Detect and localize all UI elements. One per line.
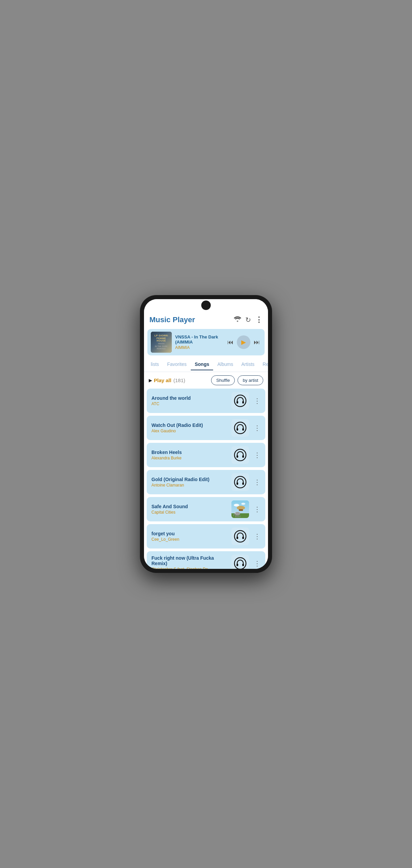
svg-point-27 bbox=[234, 558, 246, 569]
camera-notch bbox=[201, 301, 211, 310]
wifi-info-icon[interactable]: i bbox=[234, 316, 241, 324]
song-more-button[interactable]: ⋮ bbox=[252, 450, 263, 460]
song-thumbnail bbox=[231, 555, 249, 569]
song-title: Watch Out (Radio Edit) bbox=[151, 422, 229, 428]
app-content: Music Player i ↻ ⋮ bbox=[144, 311, 268, 569]
tab-albums[interactable]: Albums bbox=[213, 359, 237, 370]
song-item[interactable]: Fuck right now (Ultra Fucka Remix) Chris… bbox=[147, 551, 265, 569]
song-item[interactable]: Watch Out (Radio Edit) Alex Gaudino ⋮ bbox=[147, 416, 265, 440]
song-title: Fuck right now (Ultra Fucka Remix) bbox=[151, 555, 229, 566]
song-title: forget you bbox=[151, 531, 229, 536]
now-playing-title: VNSSA - In The Dark (AIMMIA bbox=[175, 334, 223, 345]
tab-recent[interactable]: Re... bbox=[259, 359, 268, 370]
svg-rect-9 bbox=[236, 455, 238, 458]
song-more-button[interactable]: ⋮ bbox=[252, 504, 263, 514]
song-info: Safe And Sound Capital Cities bbox=[151, 504, 229, 515]
song-artist: Alexandra Burke bbox=[151, 456, 229, 460]
song-more-button[interactable]: ⋮ bbox=[252, 532, 263, 541]
song-title: Gold (Original Radio Edit) bbox=[151, 477, 229, 482]
song-thumbnail bbox=[231, 528, 249, 545]
svg-rect-18 bbox=[239, 509, 243, 511]
song-more-button[interactable]: ⋮ bbox=[252, 396, 263, 406]
song-info: Fuck right now (Ultra Fucka Remix) Chris… bbox=[151, 555, 229, 569]
song-title: Safe And Sound bbox=[151, 504, 229, 509]
song-artist: Antoine Clamaran bbox=[151, 483, 229, 488]
svg-rect-10 bbox=[242, 455, 244, 458]
svg-rect-26 bbox=[242, 537, 244, 539]
svg-rect-13 bbox=[242, 482, 244, 485]
svg-rect-28 bbox=[236, 564, 238, 566]
player-controls: ⏮ ▶ ⏭ bbox=[226, 335, 261, 349]
more-options-icon[interactable]: ⋮ bbox=[255, 315, 263, 324]
svg-rect-29 bbox=[242, 564, 244, 566]
song-more-button[interactable]: ⋮ bbox=[252, 559, 263, 568]
song-item[interactable]: Broken Heels Alexandra Burke ⋮ bbox=[147, 443, 265, 467]
svg-rect-6 bbox=[236, 428, 238, 431]
tab-songs[interactable]: Songs bbox=[191, 359, 213, 370]
svg-rect-3 bbox=[236, 401, 238, 404]
tabs-container: lists Favorites Songs Albums Artists Re.… bbox=[144, 357, 268, 372]
by-artist-button[interactable]: by artist bbox=[238, 375, 263, 385]
svg-rect-21 bbox=[235, 515, 236, 517]
song-title: Broken Heels bbox=[151, 450, 229, 455]
svg-rect-7 bbox=[242, 428, 244, 431]
song-thumbnail bbox=[231, 500, 249, 518]
song-item[interactable]: Around the world ATC ⋮ bbox=[147, 389, 265, 413]
shuffle-button[interactable]: Shuffle bbox=[211, 375, 235, 385]
song-more-button[interactable]: ⋮ bbox=[252, 477, 263, 487]
play-all-button[interactable]: ▶ Play all (181) bbox=[149, 377, 185, 383]
phone-screen: Music Player i ↻ ⋮ bbox=[144, 299, 268, 569]
tab-favorites[interactable]: Favorites bbox=[163, 359, 191, 370]
svg-point-16 bbox=[241, 503, 245, 505]
song-item[interactable]: forget you Cee_Lo_Green ⋮ bbox=[147, 524, 265, 549]
svg-rect-12 bbox=[236, 482, 238, 485]
song-thumbnail bbox=[231, 419, 249, 437]
album-art: LP GIORRIFEMMEHOUSEVNSSAIN THE DARKREMIX… bbox=[151, 332, 172, 353]
svg-point-5 bbox=[234, 422, 246, 434]
song-artist: Cee_Lo_Green bbox=[151, 537, 229, 542]
song-item[interactable]: Gold (Original Radio Edit) Antoine Clama… bbox=[147, 470, 265, 494]
song-artist: Alex Gaudino bbox=[151, 429, 229, 433]
song-thumbnail bbox=[231, 473, 249, 491]
song-list: Around the world ATC ⋮ bbox=[144, 389, 268, 569]
svg-point-2 bbox=[234, 395, 246, 407]
tab-lists[interactable]: lists bbox=[147, 359, 163, 370]
album-art-text: LP GIORRIFEMMEHOUSEVNSSAIN THE DARKREMIX… bbox=[154, 334, 168, 350]
svg-point-15 bbox=[234, 504, 239, 507]
control-buttons: Shuffle by artist bbox=[211, 375, 263, 385]
song-artist: ATC bbox=[151, 401, 229, 406]
song-item[interactable]: Safe And Sound Capital Cities bbox=[147, 497, 265, 521]
now-playing-artist: AIMMIA bbox=[175, 345, 223, 350]
app-title: Music Player bbox=[149, 315, 195, 324]
song-artist: Christopher S feat. Stephen Da bbox=[151, 567, 229, 569]
svg-rect-4 bbox=[242, 401, 244, 404]
fast-forward-button[interactable]: ⏭ bbox=[252, 337, 261, 347]
song-title: Around the world bbox=[151, 395, 229, 401]
play-all-count: (181) bbox=[173, 377, 185, 383]
header-icons: i ↻ ⋮ bbox=[234, 315, 263, 324]
play-button[interactable]: ▶ bbox=[237, 335, 250, 349]
rewind-button[interactable]: ⏮ bbox=[226, 337, 235, 347]
song-thumbnail bbox=[231, 392, 249, 410]
list-controls: ▶ Play all (181) Shuffle by artist bbox=[144, 372, 268, 389]
song-info: forget you Cee_Lo_Green bbox=[151, 531, 229, 542]
status-bar bbox=[144, 299, 268, 311]
svg-point-11 bbox=[234, 476, 246, 488]
svg-point-8 bbox=[234, 449, 246, 461]
svg-rect-22 bbox=[238, 515, 239, 517]
svg-point-24 bbox=[234, 531, 246, 542]
song-info: Watch Out (Radio Edit) Alex Gaudino bbox=[151, 422, 229, 433]
phone-frame: Music Player i ↻ ⋮ bbox=[140, 295, 272, 573]
song-more-button[interactable]: ⋮ bbox=[252, 423, 263, 433]
song-info: Broken Heels Alexandra Burke bbox=[151, 450, 229, 460]
song-artist: Capital Cities bbox=[151, 510, 229, 515]
svg-rect-23 bbox=[240, 515, 240, 517]
play-all-label: Play all bbox=[154, 377, 171, 383]
play-all-icon: ▶ bbox=[149, 378, 152, 383]
refresh-icon[interactable]: ↻ bbox=[245, 316, 251, 324]
song-thumbnail bbox=[231, 446, 249, 464]
song-info: Around the world ATC bbox=[151, 395, 229, 406]
now-playing-info: VNSSA - In The Dark (AIMMIA AIMMIA bbox=[175, 334, 223, 350]
tab-artists[interactable]: Artists bbox=[237, 359, 259, 370]
app-header: Music Player i ↻ ⋮ bbox=[144, 311, 268, 327]
